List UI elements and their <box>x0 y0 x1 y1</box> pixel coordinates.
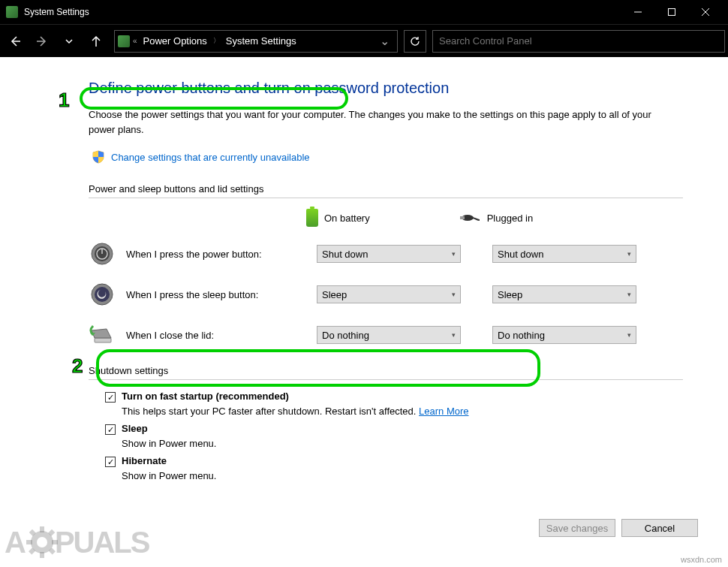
chevron-right-icon[interactable]: 〉 <box>213 36 220 46</box>
power-button-label: When I press the power button: <box>126 249 306 260</box>
change-settings-link[interactable]: Change settings that are currently unava… <box>89 147 317 167</box>
cancel-button[interactable]: Cancel <box>621 519 698 537</box>
svg-point-25 <box>37 537 47 547</box>
svg-rect-17 <box>40 526 44 532</box>
attribution-text: wsxdn.com <box>681 555 722 564</box>
search-input[interactable] <box>432 30 725 53</box>
gear-icon <box>25 525 59 559</box>
plugged-in-header: Plugged in <box>460 213 533 224</box>
fast-startup-checkbox[interactable] <box>105 392 116 403</box>
hibernate-option-label: Hibernate <box>122 455 167 466</box>
sleep-button-plugged-dropdown[interactable]: Sleep▾ <box>492 285 636 303</box>
back-button[interactable] <box>3 29 27 53</box>
address-dropdown-button[interactable]: ⌄ <box>375 34 394 48</box>
svg-rect-8 <box>460 216 465 219</box>
sleep-button-battery-dropdown[interactable]: Sleep▾ <box>317 285 461 303</box>
svg-point-14 <box>95 287 110 302</box>
up-button[interactable] <box>84 29 108 53</box>
chevron-down-icon: ▾ <box>452 331 456 339</box>
sleep-option-label: Sleep <box>122 423 148 434</box>
close-lid-battery-dropdown[interactable]: Do nothing▾ <box>317 326 461 344</box>
shield-icon <box>92 150 105 164</box>
divider <box>89 379 683 380</box>
save-changes-button[interactable]: Save changes <box>539 519 615 537</box>
chevron-down-icon: ▾ <box>627 291 631 298</box>
sleep-icon <box>89 281 116 308</box>
app-icon <box>6 6 18 18</box>
shutdown-settings-section: Shutdown settings Turn on fast startup (… <box>89 365 683 481</box>
laptop-lid-icon <box>89 321 116 348</box>
svg-rect-20 <box>52 540 58 544</box>
annotation-badge-1: 1 <box>59 89 69 112</box>
content-pane: Define power buttons and turn on passwor… <box>0 57 728 481</box>
close-lid-plugged-dropdown[interactable]: Do nothing▾ <box>492 326 636 344</box>
svg-rect-1 <box>668 9 675 16</box>
power-icon <box>89 240 116 267</box>
close-lid-row: When I close the lid: Do nothing▾ Do not… <box>89 321 683 348</box>
svg-rect-18 <box>40 552 44 558</box>
section-power-sleep-heading: Power and sleep buttons and lid settings <box>89 183 683 195</box>
navigation-toolbar: « Power Options 〉 System Settings ⌄ <box>0 24 728 57</box>
sleep-option-row: Sleep <box>105 423 683 435</box>
change-settings-link-label: Change settings that are currently unava… <box>111 152 310 163</box>
hibernate-checkbox[interactable] <box>105 457 116 467</box>
maximize-button[interactable] <box>654 0 688 24</box>
fast-startup-desc: This helps start your PC faster after sh… <box>122 406 683 417</box>
close-button[interactable] <box>688 0 722 24</box>
dialog-buttons: Save changes Cancel <box>539 519 698 537</box>
page-title: Define power buttons and turn on passwor… <box>89 80 683 97</box>
column-headers: On battery Plugged in <box>89 209 683 227</box>
fast-startup-row: Turn on fast startup (recommended) <box>105 391 683 403</box>
power-button-battery-dropdown[interactable]: Shut down▾ <box>317 245 461 263</box>
on-battery-header: On battery <box>306 209 370 227</box>
chevron-down-icon: ▾ <box>452 291 456 298</box>
minimize-button[interactable] <box>621 0 654 24</box>
breadcrumb-power-options[interactable]: Power Options <box>140 35 210 47</box>
window-title: System Settings <box>24 7 615 17</box>
recent-locations-button[interactable] <box>57 29 81 53</box>
breadcrumb-root-chevron[interactable]: « <box>133 37 137 45</box>
sleep-button-label: When I press the sleep button: <box>126 289 306 300</box>
window-controls <box>621 0 722 24</box>
close-lid-label: When I close the lid: <box>126 330 306 341</box>
chevron-down-icon: ▾ <box>452 250 456 258</box>
page-description: Choose the power settings that you want … <box>89 107 674 137</box>
watermark-logo: A PUALS <box>5 525 149 559</box>
power-button-row: When I press the power button: Shut down… <box>89 240 683 267</box>
plugged-in-label: Plugged in <box>487 213 533 224</box>
power-button-plugged-dropdown[interactable]: Shut down▾ <box>492 245 636 263</box>
hibernate-option-desc: Show in Power menu. <box>122 470 683 481</box>
svg-rect-15 <box>95 338 111 342</box>
svg-rect-19 <box>26 540 32 544</box>
sleep-checkbox[interactable] <box>105 424 116 435</box>
section-shutdown-heading: Shutdown settings <box>89 365 683 376</box>
hibernate-option-row: Hibernate <box>105 455 683 467</box>
battery-icon <box>306 209 318 227</box>
address-bar[interactable]: « Power Options 〉 System Settings ⌄ <box>114 30 398 53</box>
fast-startup-label: Turn on fast startup (recommended) <box>122 391 289 402</box>
plug-icon <box>460 213 481 223</box>
annotation-badge-2: 2 <box>72 354 83 378</box>
refresh-button[interactable] <box>404 30 426 53</box>
sleep-button-row: When I press the sleep button: Sleep▾ Sl… <box>89 281 683 308</box>
chevron-down-icon: ▾ <box>627 331 631 339</box>
window-titlebar: System Settings <box>0 0 728 24</box>
chevron-down-icon: ▾ <box>627 250 631 258</box>
on-battery-label: On battery <box>324 213 370 224</box>
sleep-option-desc: Show in Power menu. <box>122 438 683 449</box>
location-icon <box>118 35 130 47</box>
breadcrumb-system-settings[interactable]: System Settings <box>223 35 299 47</box>
divider <box>89 198 683 198</box>
learn-more-link[interactable]: Learn More <box>419 406 468 417</box>
forward-button[interactable] <box>30 29 54 53</box>
